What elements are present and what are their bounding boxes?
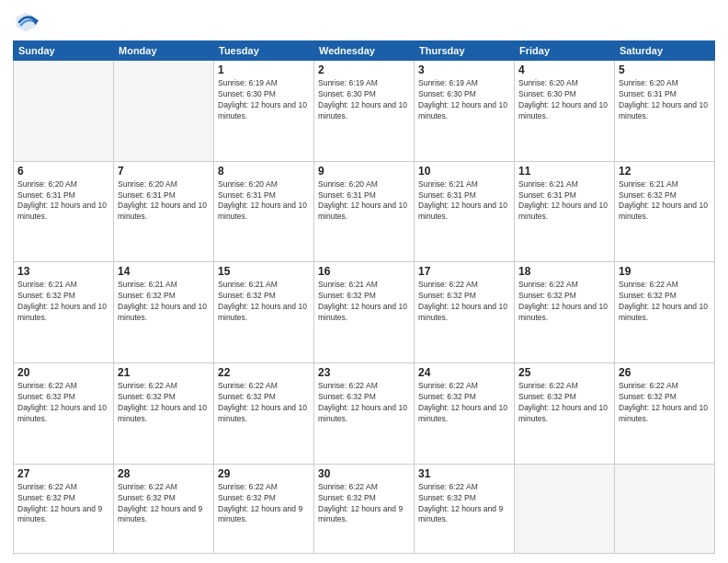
calendar-cell: 11Sunrise: 6:21 AMSunset: 6:31 PMDayligh… [515, 161, 615, 262]
calendar-cell: 30Sunrise: 6:22 AMSunset: 6:32 PMDayligh… [314, 464, 415, 553]
cell-info: Sunrise: 6:22 AMSunset: 6:32 PMDaylight:… [218, 482, 310, 526]
calendar-cell: 16Sunrise: 6:21 AMSunset: 6:32 PMDayligh… [314, 262, 415, 363]
calendar-cell: 6Sunrise: 6:20 AMSunset: 6:31 PMDaylight… [14, 161, 114, 262]
cell-info: Sunrise: 6:21 AMSunset: 6:32 PMDaylight:… [318, 280, 410, 324]
day-number: 23 [318, 366, 410, 379]
calendar-cell: 20Sunrise: 6:22 AMSunset: 6:32 PMDayligh… [14, 363, 114, 465]
day-number: 12 [619, 165, 711, 178]
calendar-week-row: 27Sunrise: 6:22 AMSunset: 6:32 PMDayligh… [14, 464, 715, 553]
calendar-cell [114, 61, 214, 162]
day-number: 16 [318, 265, 410, 278]
logo-icon [13, 9, 39, 35]
cell-info: Sunrise: 6:22 AMSunset: 6:32 PMDaylight:… [619, 381, 711, 425]
col-header-saturday: Saturday [615, 41, 715, 61]
cell-info: Sunrise: 6:19 AMSunset: 6:30 PMDaylight:… [318, 78, 410, 122]
cell-info: Sunrise: 6:22 AMSunset: 6:32 PMDaylight:… [118, 482, 210, 526]
calendar-cell: 26Sunrise: 6:22 AMSunset: 6:32 PMDayligh… [615, 363, 715, 465]
page: SundayMondayTuesdayWednesdayThursdayFrid… [0, 0, 728, 563]
day-number: 29 [218, 467, 310, 480]
cell-info: Sunrise: 6:22 AMSunset: 6:32 PMDaylight:… [17, 381, 109, 425]
day-number: 22 [218, 366, 310, 379]
col-header-sunday: Sunday [14, 41, 114, 61]
day-number: 1 [218, 63, 310, 76]
col-header-tuesday: Tuesday [214, 41, 314, 61]
day-number: 8 [218, 165, 310, 178]
calendar-cell: 15Sunrise: 6:21 AMSunset: 6:32 PMDayligh… [214, 262, 314, 363]
cell-info: Sunrise: 6:22 AMSunset: 6:32 PMDaylight:… [518, 280, 610, 324]
calendar-cell: 1Sunrise: 6:19 AMSunset: 6:30 PMDaylight… [214, 61, 314, 162]
day-number: 17 [418, 265, 510, 278]
day-number: 4 [518, 63, 610, 76]
calendar-cell: 7Sunrise: 6:20 AMSunset: 6:31 PMDaylight… [114, 161, 214, 262]
day-number: 9 [318, 165, 410, 178]
calendar-cell: 31Sunrise: 6:22 AMSunset: 6:32 PMDayligh… [415, 464, 515, 553]
cell-info: Sunrise: 6:22 AMSunset: 6:32 PMDaylight:… [118, 381, 210, 425]
day-number: 19 [619, 265, 711, 278]
cell-info: Sunrise: 6:21 AMSunset: 6:32 PMDaylight:… [619, 179, 711, 224]
day-number: 10 [418, 165, 510, 178]
calendar-cell: 3Sunrise: 6:19 AMSunset: 6:30 PMDaylight… [415, 61, 515, 162]
day-number: 14 [118, 265, 210, 278]
day-number: 5 [619, 63, 711, 76]
col-header-friday: Friday [515, 41, 615, 61]
calendar-week-row: 1Sunrise: 6:19 AMSunset: 6:30 PMDaylight… [14, 61, 715, 162]
calendar-cell: 29Sunrise: 6:22 AMSunset: 6:32 PMDayligh… [214, 464, 314, 553]
cell-info: Sunrise: 6:22 AMSunset: 6:32 PMDaylight:… [318, 482, 410, 526]
calendar-cell: 12Sunrise: 6:21 AMSunset: 6:32 PMDayligh… [615, 161, 715, 262]
cell-info: Sunrise: 6:22 AMSunset: 6:32 PMDaylight:… [418, 280, 510, 324]
calendar-cell [615, 464, 715, 553]
day-number: 7 [118, 165, 210, 178]
cell-info: Sunrise: 6:22 AMSunset: 6:32 PMDaylight:… [619, 280, 711, 324]
calendar-cell: 28Sunrise: 6:22 AMSunset: 6:32 PMDayligh… [114, 464, 214, 553]
day-number: 25 [518, 366, 610, 379]
cell-info: Sunrise: 6:19 AMSunset: 6:30 PMDaylight:… [418, 78, 510, 122]
cell-info: Sunrise: 6:22 AMSunset: 6:32 PMDaylight:… [518, 381, 610, 425]
calendar-cell: 22Sunrise: 6:22 AMSunset: 6:32 PMDayligh… [214, 363, 314, 465]
calendar-cell: 18Sunrise: 6:22 AMSunset: 6:32 PMDayligh… [515, 262, 615, 363]
calendar-cell: 27Sunrise: 6:22 AMSunset: 6:32 PMDayligh… [14, 464, 114, 553]
calendar-cell: 2Sunrise: 6:19 AMSunset: 6:30 PMDaylight… [314, 61, 415, 162]
col-header-thursday: Thursday [415, 41, 515, 61]
calendar: SundayMondayTuesdayWednesdayThursdayFrid… [13, 40, 715, 554]
day-number: 6 [17, 165, 109, 178]
cell-info: Sunrise: 6:20 AMSunset: 6:31 PMDaylight:… [619, 78, 711, 122]
calendar-cell: 23Sunrise: 6:22 AMSunset: 6:32 PMDayligh… [314, 363, 415, 465]
calendar-cell: 13Sunrise: 6:21 AMSunset: 6:32 PMDayligh… [14, 262, 114, 363]
calendar-cell [14, 61, 114, 162]
day-number: 28 [118, 467, 210, 480]
day-number: 20 [17, 366, 109, 379]
day-number: 15 [218, 265, 310, 278]
header [13, 9, 715, 35]
day-number: 27 [17, 467, 109, 480]
day-number: 24 [418, 366, 510, 379]
calendar-cell: 17Sunrise: 6:22 AMSunset: 6:32 PMDayligh… [415, 262, 515, 363]
day-number: 21 [118, 366, 210, 379]
calendar-cell: 8Sunrise: 6:20 AMSunset: 6:31 PMDaylight… [214, 161, 314, 262]
col-header-wednesday: Wednesday [314, 41, 415, 61]
calendar-cell: 14Sunrise: 6:21 AMSunset: 6:32 PMDayligh… [114, 262, 214, 363]
cell-info: Sunrise: 6:20 AMSunset: 6:31 PMDaylight:… [318, 179, 410, 224]
calendar-cell: 5Sunrise: 6:20 AMSunset: 6:31 PMDaylight… [615, 61, 715, 162]
calendar-cell: 19Sunrise: 6:22 AMSunset: 6:32 PMDayligh… [615, 262, 715, 363]
cell-info: Sunrise: 6:22 AMSunset: 6:32 PMDaylight:… [418, 482, 510, 526]
cell-info: Sunrise: 6:21 AMSunset: 6:32 PMDaylight:… [118, 280, 210, 324]
calendar-cell: 25Sunrise: 6:22 AMSunset: 6:32 PMDayligh… [515, 363, 615, 465]
calendar-week-row: 13Sunrise: 6:21 AMSunset: 6:32 PMDayligh… [14, 262, 715, 363]
day-number: 30 [318, 467, 410, 480]
day-number: 13 [17, 265, 109, 278]
cell-info: Sunrise: 6:21 AMSunset: 6:32 PMDaylight:… [218, 280, 310, 324]
day-number: 3 [418, 63, 510, 76]
cell-info: Sunrise: 6:21 AMSunset: 6:31 PMDaylight:… [418, 179, 510, 224]
calendar-cell: 9Sunrise: 6:20 AMSunset: 6:31 PMDaylight… [314, 161, 415, 262]
day-number: 26 [619, 366, 711, 379]
calendar-week-row: 6Sunrise: 6:20 AMSunset: 6:31 PMDaylight… [14, 161, 715, 262]
calendar-cell [515, 464, 615, 553]
cell-info: Sunrise: 6:22 AMSunset: 6:32 PMDaylight:… [318, 381, 410, 425]
day-number: 2 [318, 63, 410, 76]
calendar-cell: 4Sunrise: 6:20 AMSunset: 6:30 PMDaylight… [515, 61, 615, 162]
calendar-week-row: 20Sunrise: 6:22 AMSunset: 6:32 PMDayligh… [14, 363, 715, 465]
cell-info: Sunrise: 6:21 AMSunset: 6:32 PMDaylight:… [17, 280, 109, 324]
cell-info: Sunrise: 6:22 AMSunset: 6:32 PMDaylight:… [17, 482, 109, 526]
calendar-header-row: SundayMondayTuesdayWednesdayThursdayFrid… [14, 41, 715, 61]
day-number: 18 [518, 265, 610, 278]
